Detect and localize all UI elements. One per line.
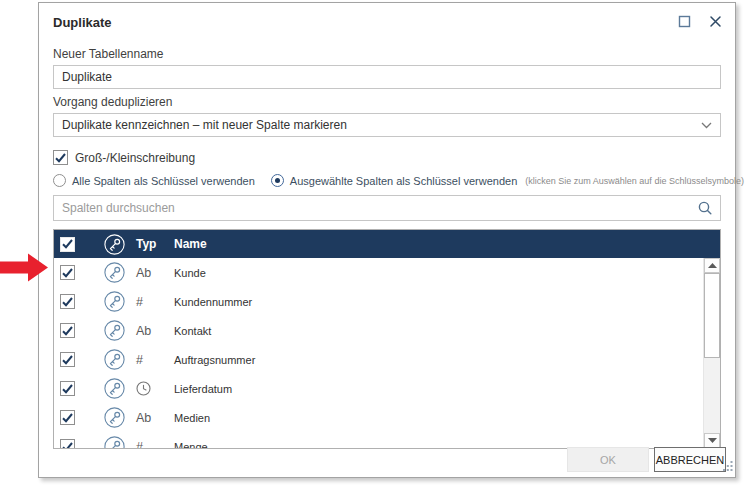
key-icon [104,320,125,341]
row-key-button[interactable] [104,407,125,428]
dialog-title: Duplikate [53,15,112,30]
triangle-up-icon [708,263,717,268]
key-mode-options: Alle Spalten als Schlüssel verwenden Aus… [53,174,721,187]
check-icon [62,268,73,278]
type-label: Ab [136,324,174,338]
row-key-button[interactable] [104,262,125,283]
key-icon [104,378,125,399]
close-button[interactable] [708,14,723,29]
radio-selected-columns-label: Ausgewählte Spalten als Schlüssel verwen… [290,175,517,187]
resize-grip[interactable] [723,457,733,475]
row-checkbox[interactable] [60,294,75,309]
type-label: # [136,353,174,367]
dialog-content: Neuer Tabellenname Vorgang deduplizieren… [39,47,735,449]
dialog-titlebar: Duplikate [39,3,735,41]
row-checkbox[interactable] [60,265,75,280]
type-label: # [136,295,174,309]
duplicates-dialog: Duplikate Neuer Tabellenname Vorgang ded… [38,2,736,478]
red-arrow-annotation [0,252,49,283]
dedup-mode-select[interactable]: Duplikate kennzeichnen – mit neuer Spalt… [53,113,721,137]
row-key-button[interactable] [104,436,125,448]
key-icon [104,436,125,448]
column-name: Kunde [174,267,720,279]
select-all-checkbox[interactable] [60,237,75,252]
key-icon [104,234,125,255]
row-checkbox[interactable] [60,381,75,396]
table-row[interactable]: Lieferdatum [54,374,720,403]
table-row[interactable]: # Auftragsnummer [54,345,720,374]
check-icon [62,413,73,423]
type-label: Ab [136,266,174,280]
case-sensitivity-label: Groß-/Kleinschreibung [75,151,195,165]
scrollbar-thumb[interactable] [704,273,720,358]
row-key-button[interactable] [104,291,125,312]
columns-table-body: Ab Kunde # Kundennummer Ab Kontakt [54,258,720,448]
column-name: Kontakt [174,325,720,337]
columns-table-header: Typ Name [54,230,720,258]
table-row[interactable]: # Kundennummer [54,287,720,316]
check-icon [62,297,73,307]
row-checkbox[interactable] [60,439,75,448]
ok-button[interactable]: OK [567,447,649,472]
key-selection-hint: (klicken Sie zum Auswählen auf die Schlü… [525,176,744,186]
scrollbar-up-button[interactable] [704,258,720,273]
table-row[interactable]: Ab Medien [54,403,720,432]
row-checkbox[interactable] [60,410,75,425]
column-search-input[interactable] [62,201,698,215]
column-search-box [53,195,721,221]
column-name: Lieferdatum [174,383,720,395]
grip-dots-icon [723,461,733,471]
type-label: # [136,440,174,449]
clock-icon [136,381,174,396]
key-icon [104,349,125,370]
table-row[interactable]: # Menge [54,432,720,448]
check-icon [62,355,73,365]
key-icon [104,407,125,428]
maximize-icon [678,15,691,28]
row-checkbox[interactable] [60,352,75,367]
column-header-typ: Typ [136,237,174,251]
table-scrollbar[interactable] [703,258,720,448]
dedup-mode-value: Duplikate kennzeichnen – mit neuer Spalt… [62,118,347,132]
close-icon [709,15,722,28]
radio-all-columns-label: Alle Spalten als Schlüssel verwenden [72,175,255,187]
maximize-button[interactable] [677,14,692,29]
case-sensitivity-row: Groß-/Kleinschreibung [53,150,721,165]
row-key-button[interactable] [104,320,125,341]
cancel-button[interactable]: ABBRECHEN [654,447,726,472]
row-checkbox[interactable] [60,323,75,338]
table-row[interactable]: Ab Kunde [54,258,720,287]
case-sensitivity-checkbox[interactable] [53,150,68,165]
check-icon [62,326,73,336]
column-name: Medien [174,412,720,424]
chevron-down-icon [701,122,712,129]
radio-all-columns[interactable] [53,174,66,187]
type-label: Ab [136,411,174,425]
row-key-button[interactable] [104,378,125,399]
check-icon [62,239,73,249]
window-controls [677,14,723,29]
column-name: Kundennummer [174,296,720,308]
scrollbar-down-button[interactable] [704,433,720,448]
check-icon [62,442,73,449]
row-key-button[interactable] [104,349,125,370]
radio-selected-columns[interactable] [271,174,284,187]
table-name-label: Neuer Tabellenname [53,47,721,61]
column-header-name: Name [174,237,720,251]
columns-table: Typ Name Ab Kunde # Kundennummer [53,229,721,449]
key-icon [104,291,125,312]
triangle-down-icon [708,438,717,443]
check-icon [62,384,73,394]
search-icon [698,201,712,215]
column-name: Auftragsnummer [174,354,720,366]
check-icon [55,153,66,163]
operation-label: Vorgang deduplizieren [53,95,721,109]
table-name-input[interactable] [53,65,721,89]
select-all-key-button[interactable] [104,234,125,255]
key-icon [104,262,125,283]
table-row[interactable]: Ab Kontakt [54,316,720,345]
